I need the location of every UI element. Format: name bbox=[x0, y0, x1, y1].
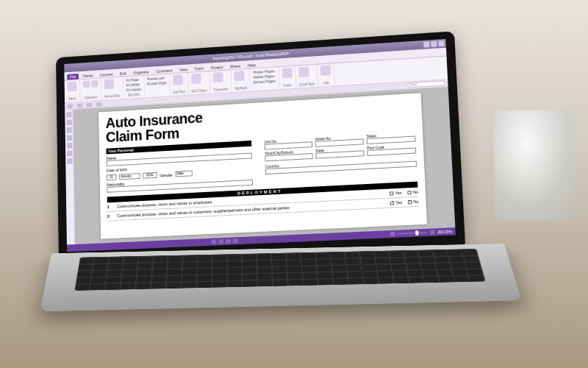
ribbon-group-edit-object: Edit Object bbox=[188, 71, 211, 95]
zoom-slider[interactable] bbox=[398, 232, 428, 235]
link-icon[interactable] bbox=[320, 66, 331, 77]
ribbon-group-sign: Quick Sign bbox=[295, 65, 318, 88]
side-thumbnails-icon[interactable] bbox=[66, 119, 72, 125]
tab-form[interactable]: Form bbox=[192, 66, 207, 72]
side-attach-icon[interactable] bbox=[66, 135, 72, 141]
insert-icon[interactable] bbox=[282, 68, 292, 78]
address-section: Unit No Street No Street Town/City/Subur… bbox=[265, 132, 417, 185]
pdf-page: Auto Insurance Claim Form Your Personal … bbox=[98, 93, 428, 238]
ribbon-label-link: Link bbox=[321, 81, 331, 85]
ribbon-group-highlight: Highlight bbox=[232, 69, 251, 93]
checkbox-icon bbox=[390, 191, 393, 195]
minimize-button[interactable] bbox=[423, 41, 429, 47]
laptop-keyboard bbox=[40, 244, 522, 311]
qa-undo-icon[interactable] bbox=[87, 102, 93, 107]
ribbon-fit-visible[interactable]: Fit Visible bbox=[126, 87, 142, 92]
ribbon-label-insert: Insert bbox=[282, 83, 293, 88]
ribbon-label-edit-text: Edit Text bbox=[173, 90, 186, 94]
deploy-2-no[interactable]: No bbox=[408, 199, 419, 205]
side-signatures-icon[interactable] bbox=[66, 143, 72, 149]
ribbon-label-actual-size: Actual Size bbox=[104, 94, 120, 99]
qa-redo-icon[interactable] bbox=[96, 102, 102, 106]
input-dob-month[interactable]: January bbox=[119, 173, 140, 180]
checkbox-icon bbox=[408, 200, 412, 204]
deploy-num-1: 1 bbox=[107, 205, 113, 209]
laptop-mockup: branding2017-03-a.pdf - Foxit PhantomPDF… bbox=[51, 40, 507, 335]
ribbon-label-edit-object: Edit Object bbox=[192, 88, 207, 93]
next-page-button[interactable] bbox=[226, 239, 231, 244]
actual-size-icon[interactable] bbox=[104, 79, 114, 89]
ribbon-group-rotate: Rotate Left Rotate Right bbox=[144, 74, 171, 98]
app-window: branding2017-03-a.pdf - Foxit PhantomPDF… bbox=[64, 39, 456, 252]
last-page-button[interactable] bbox=[233, 238, 238, 243]
first-page-button[interactable] bbox=[212, 239, 217, 244]
deploy-1-yes[interactable]: Yes bbox=[390, 191, 401, 196]
side-comments-icon[interactable] bbox=[66, 150, 72, 156]
input-dob-year[interactable]: 2016 bbox=[143, 172, 157, 179]
doc-title-line2: Claim Form bbox=[106, 125, 179, 145]
close-button[interactable] bbox=[438, 40, 444, 46]
ribbon-zoom-value[interactable]: 263.00% bbox=[126, 93, 142, 97]
qa-print-icon[interactable] bbox=[77, 103, 83, 107]
ribbon-group-pages: Rotate Pages Delete Pages Extract Pages bbox=[250, 67, 279, 91]
tab-help[interactable]: Help bbox=[245, 62, 259, 68]
ribbon-group-edit-text: Edit Text bbox=[170, 73, 189, 96]
tab-home[interactable]: Home bbox=[80, 72, 96, 79]
checkbox-icon bbox=[408, 191, 412, 194]
ribbon-label-typewriter: Typewriter bbox=[213, 88, 228, 92]
ribbon-group-typewriter: Typewriter bbox=[210, 70, 232, 93]
window-title-doc: branding2017-03-a.pdf bbox=[213, 54, 253, 60]
edit-object-icon[interactable] bbox=[191, 74, 201, 84]
zoom-readout: 263.00% bbox=[437, 229, 453, 234]
input-gender[interactable]: Male bbox=[176, 170, 193, 177]
ribbon-group-fit: Fit Page Fit Width Fit Visible 263.00% bbox=[123, 76, 146, 99]
deploy-1-no[interactable]: No bbox=[408, 190, 419, 195]
ribbon-group-link: Link bbox=[318, 63, 335, 87]
prev-page-button[interactable] bbox=[218, 239, 223, 244]
checkbox-icon bbox=[390, 201, 394, 205]
ribbon-group-clipboard: Clipboard bbox=[80, 78, 101, 101]
sign-icon[interactable] bbox=[298, 67, 309, 77]
label-gender: Gender bbox=[159, 173, 173, 178]
laptop-screen-bezel: branding2017-03-a.pdf - Foxit PhantomPDF… bbox=[56, 31, 465, 262]
ribbon-group-insert: Insert bbox=[279, 66, 296, 90]
side-security-icon[interactable] bbox=[67, 158, 73, 164]
tab-view[interactable]: View bbox=[176, 66, 190, 73]
deploy-num-2: 2 bbox=[107, 214, 113, 219]
tab-share[interactable]: Share bbox=[227, 63, 243, 69]
bookmark-icon[interactable] bbox=[91, 80, 98, 88]
zoom-in-button[interactable] bbox=[430, 230, 435, 234]
zoom-out-button[interactable] bbox=[390, 232, 395, 236]
deploy-2-yes[interactable]: Yes bbox=[390, 200, 403, 205]
side-bookmarks-icon[interactable] bbox=[66, 112, 72, 118]
ribbon-label-sign: Quick Sign bbox=[299, 82, 315, 86]
hand-tool-icon[interactable] bbox=[67, 82, 76, 92]
qa-save-icon[interactable] bbox=[68, 104, 74, 108]
side-layers-icon[interactable] bbox=[66, 127, 72, 133]
typewriter-icon[interactable] bbox=[213, 72, 223, 82]
keyboard-keys bbox=[75, 249, 486, 291]
window-title-app: Foxit PhantomPDF bbox=[256, 52, 289, 58]
document-viewport[interactable]: Auto Insurance Claim Form Your Personal … bbox=[73, 87, 455, 244]
ribbon-group-tools: Hand bbox=[65, 79, 81, 102]
input-dob-day[interactable]: 01 bbox=[107, 174, 116, 180]
ribbon-label-clipboard: Clipboard bbox=[83, 96, 98, 100]
zoom-control: 263.00% bbox=[390, 229, 453, 236]
tab-edit[interactable]: Edit bbox=[117, 71, 129, 77]
personal-section: Your Personal Name Date of birth 01 bbox=[106, 141, 253, 193]
window-controls bbox=[423, 40, 445, 48]
ribbon-label-highlight: Highlight bbox=[234, 86, 247, 91]
maximize-button[interactable] bbox=[431, 41, 437, 47]
highlight-icon[interactable] bbox=[234, 71, 245, 81]
edit-text-icon[interactable] bbox=[173, 74, 183, 85]
ribbon-extract-pages[interactable]: Extract Pages bbox=[254, 79, 276, 85]
tab-file[interactable]: File bbox=[67, 74, 79, 80]
workspace: Auto Insurance Claim Form Your Personal … bbox=[65, 87, 455, 244]
ribbon-label-hand: Hand bbox=[68, 96, 77, 101]
ribbon-group-view: Actual Size bbox=[101, 77, 123, 100]
clipboard-icon[interactable] bbox=[83, 80, 90, 88]
ribbon-rotate-right[interactable]: Rotate Right bbox=[147, 80, 167, 85]
